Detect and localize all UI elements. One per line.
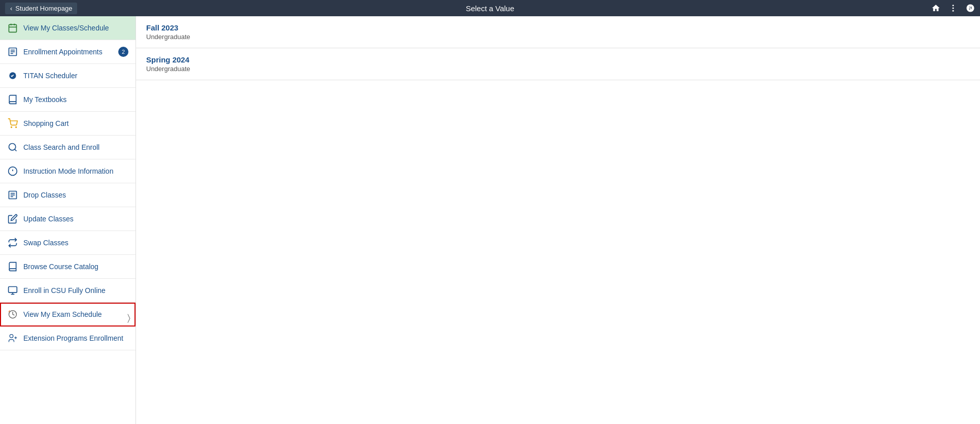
svg-line-15: [15, 149, 17, 151]
sidebar-item-view-classes[interactable]: View My Classes/Schedule: [0, 16, 136, 40]
enrollment-badge: 2: [118, 47, 128, 57]
swap-icon: [7, 237, 18, 248]
page-title: Select a Value: [466, 4, 515, 13]
sidebar-item-swap-classes[interactable]: Swap Classes: [0, 231, 136, 255]
back-arrow-icon: ‹: [10, 5, 12, 12]
sidebar: View My Classes/Schedule Enrollment Appo…: [0, 16, 136, 424]
sidebar-item-my-textbooks[interactable]: My Textbooks: [0, 88, 136, 112]
sidebar-item-label: View My Exam Schedule: [23, 310, 102, 318]
more-options-icon[interactable]: [949, 4, 958, 13]
svg-point-27: [10, 335, 13, 338]
sidebar-item-update-classes[interactable]: Update Classes: [0, 207, 136, 231]
calendar-icon: [7, 22, 18, 34]
enrollment-icon: [7, 46, 18, 57]
sidebar-item-label: Update Classes: [23, 215, 74, 223]
cursor-indicator: 〉: [127, 313, 130, 323]
sidebar-item-label: Extension Programs Enrollment: [23, 334, 123, 342]
search-icon: [7, 142, 18, 153]
exam-icon: [7, 309, 18, 320]
catalog-icon: [7, 261, 18, 272]
sidebar-item-class-search[interactable]: Class Search and Enroll: [0, 136, 136, 159]
info-icon: [7, 166, 18, 177]
svg-point-2: [953, 10, 954, 12]
header-icons: [931, 4, 975, 13]
main-layout: View My Classes/Schedule Enrollment Appo…: [0, 16, 980, 424]
top-bar: ‹ Student Homepage Select a Value: [0, 0, 980, 16]
svg-rect-23: [9, 287, 17, 293]
svg-point-1: [953, 8, 954, 9]
sidebar-item-label: Class Search and Enroll: [23, 143, 99, 151]
sidebar-item-enroll-csu[interactable]: Enroll in CSU Fully Online: [0, 279, 136, 303]
sidebar-item-instruction-mode[interactable]: Instruction Mode Information: [0, 159, 136, 183]
sidebar-item-label: Shopping Cart: [23, 119, 69, 127]
titan-icon: [7, 70, 18, 81]
online-icon: [7, 285, 18, 296]
sidebar-item-label: Instruction Mode Information: [23, 167, 113, 175]
sidebar-item-label: View My Classes/Schedule: [23, 24, 109, 32]
spring2024-subtitle: Undergraduate: [146, 65, 970, 73]
sidebar-item-label: My Textbooks: [23, 95, 66, 104]
sidebar-item-label: Browse Course Catalog: [23, 263, 98, 271]
fall2023-title: Fall 2023: [146, 23, 970, 32]
sidebar-item-label: TITAN Scheduler: [23, 72, 77, 80]
update-icon: [7, 213, 18, 224]
content-area: Fall 2023 Undergraduate Spring 2024 Unde…: [136, 16, 980, 424]
sidebar-item-label: Swap Classes: [23, 239, 69, 247]
sidebar-item-enrollment-appointments[interactable]: Enrollment Appointments 2: [0, 40, 136, 64]
content-row-fall2023[interactable]: Fall 2023 Undergraduate: [136, 16, 980, 48]
svg-point-0: [953, 5, 954, 6]
svg-point-13: [16, 127, 17, 128]
content-row-spring2024[interactable]: Spring 2024 Undergraduate: [136, 48, 980, 80]
back-label: Student Homepage: [15, 5, 72, 12]
fall2023-subtitle: Undergraduate: [146, 33, 970, 41]
home-icon[interactable]: [931, 4, 940, 13]
sidebar-item-label: Enrollment Appointments: [23, 48, 103, 56]
sidebar-item-extension-programs[interactable]: Extension Programs Enrollment: [0, 327, 136, 350]
sidebar-item-label: Enroll in CSU Fully Online: [23, 286, 106, 295]
back-button[interactable]: ‹ Student Homepage: [5, 3, 77, 14]
sidebar-item-titan-scheduler[interactable]: TITAN Scheduler: [0, 64, 136, 88]
block-icon[interactable]: [966, 4, 975, 13]
sidebar-item-shopping-cart[interactable]: Shopping Cart: [0, 112, 136, 136]
spring2024-title: Spring 2024: [146, 55, 970, 64]
extension-icon: [7, 333, 18, 344]
sidebar-item-drop-classes[interactable]: Drop Classes: [0, 183, 136, 207]
textbooks-icon: [7, 94, 18, 105]
drop-icon: [7, 189, 18, 201]
svg-rect-3: [9, 24, 17, 32]
svg-point-12: [11, 127, 12, 128]
sidebar-item-exam-schedule[interactable]: View My Exam Schedule 〉: [0, 303, 136, 327]
sidebar-item-label: Drop Classes: [23, 191, 66, 199]
svg-point-14: [9, 144, 16, 150]
sidebar-item-browse-catalog[interactable]: Browse Course Catalog: [0, 255, 136, 279]
cart-icon: [7, 118, 18, 129]
